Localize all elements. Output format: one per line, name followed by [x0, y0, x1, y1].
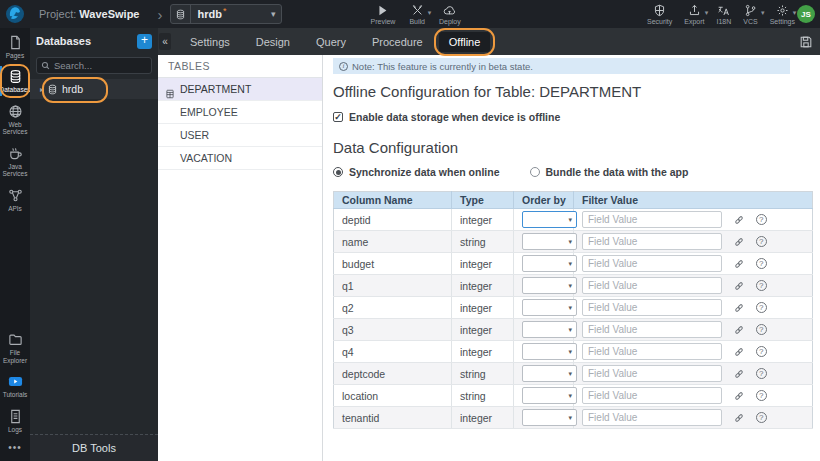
- breadcrumb-chevron-icon: ›: [157, 6, 162, 23]
- help-icon[interactable]: ?: [756, 302, 767, 313]
- bind-link-icon[interactable]: [733, 346, 745, 358]
- table-row: budget integer ▾ ?: [334, 253, 813, 275]
- tab-procedure[interactable]: Procedure: [362, 32, 433, 52]
- filter-value-input[interactable]: [582, 321, 722, 338]
- build-button[interactable]: ▾ Build: [409, 4, 425, 25]
- sidebar-item-databases[interactable]: Databases: [0, 65, 30, 96]
- help-icon[interactable]: ?: [756, 412, 767, 423]
- tab-settings[interactable]: Settings: [180, 32, 240, 52]
- search-input[interactable]: [54, 60, 147, 71]
- filter-value-input[interactable]: [582, 343, 722, 360]
- order-by-select[interactable]: ▾: [522, 387, 577, 404]
- save-icon[interactable]: [799, 35, 813, 49]
- sidebar-item-tutorials[interactable]: Tutorials: [0, 370, 30, 401]
- header-filter-value: Filter Value: [574, 192, 813, 209]
- coffee-icon: [8, 146, 23, 161]
- table-list-item-vacation[interactable]: VACATION: [158, 147, 322, 170]
- tab-query[interactable]: Query: [306, 32, 356, 52]
- help-icon[interactable]: ?: [756, 258, 767, 269]
- chevron-down-icon: ▾: [271, 9, 276, 19]
- bind-link-icon[interactable]: [733, 302, 745, 314]
- add-database-button[interactable]: +: [137, 34, 152, 49]
- bind-link-icon[interactable]: [733, 412, 745, 424]
- selected-database: hrdb: [197, 8, 221, 20]
- settings-button[interactable]: ▾ Settings: [770, 4, 795, 25]
- bind-link-icon[interactable]: [733, 390, 745, 402]
- help-icon[interactable]: ?: [756, 280, 767, 291]
- filter-value-input[interactable]: [582, 387, 722, 404]
- order-by-select[interactable]: ▾: [522, 343, 577, 360]
- database-tree-item[interactable]: ▸ hrdb: [30, 79, 158, 99]
- order-by-select[interactable]: ▾: [522, 299, 577, 316]
- filter-value-input[interactable]: [582, 365, 722, 382]
- table-list-item-department[interactable]: DEPARTMENT: [158, 78, 322, 101]
- sidebar-item-file-explorer[interactable]: File Explorer: [0, 328, 30, 367]
- bind-link-icon[interactable]: [733, 280, 745, 292]
- shield-icon: [653, 4, 667, 17]
- order-by-select[interactable]: ▾: [522, 277, 577, 294]
- table-list-item-user[interactable]: USER: [158, 124, 322, 147]
- column-type-cell: integer: [452, 209, 514, 231]
- help-icon[interactable]: ?: [756, 390, 767, 401]
- filter-value-input[interactable]: [582, 409, 722, 426]
- avatar[interactable]: JS: [797, 5, 815, 23]
- order-by-select[interactable]: ▾: [522, 233, 577, 250]
- enable-offline-checkbox[interactable]: [333, 112, 343, 122]
- order-by-select[interactable]: ▾: [522, 365, 577, 382]
- order-by-select[interactable]: ▾: [522, 255, 577, 272]
- bind-link-icon[interactable]: [733, 236, 745, 248]
- info-icon: i: [339, 62, 348, 71]
- tab-design[interactable]: Design: [246, 32, 300, 52]
- column-type-cell: integer: [452, 253, 514, 275]
- radio-label: Bundle the data with the app: [546, 166, 689, 178]
- help-icon[interactable]: ?: [756, 236, 767, 247]
- filter-value-input[interactable]: [582, 233, 722, 250]
- bind-link-icon[interactable]: [733, 368, 745, 380]
- bind-link-icon[interactable]: [733, 258, 745, 270]
- i18n-button[interactable]: I18N: [717, 4, 732, 25]
- radio-icon: [333, 167, 343, 177]
- vcs-button[interactable]: ▾ VCS: [743, 4, 757, 25]
- column-type-cell: integer: [452, 407, 514, 429]
- help-icon[interactable]: ?: [756, 346, 767, 357]
- action-label: Settings: [770, 18, 795, 25]
- help-icon[interactable]: ?: [756, 214, 767, 225]
- help-icon[interactable]: ?: [756, 324, 767, 335]
- database-search[interactable]: [36, 57, 152, 74]
- tab-offline[interactable]: Offline: [439, 32, 491, 52]
- bind-link-icon[interactable]: [733, 214, 745, 226]
- db-tools-button[interactable]: DB Tools: [30, 434, 158, 461]
- filter-value-input[interactable]: [582, 299, 722, 316]
- expand-icon[interactable]: ▸: [40, 85, 44, 94]
- sidebar-item-java-services[interactable]: Java Services: [0, 142, 30, 181]
- filter-value-input[interactable]: [582, 255, 722, 272]
- page-icon: [8, 35, 23, 50]
- radio-bundle-data[interactable]: Bundle the data with the app: [530, 166, 689, 178]
- offline-config-content: i Note: This feature is currently in bet…: [324, 55, 820, 461]
- database-selector-dropdown[interactable]: hrdb * ▾: [170, 4, 282, 24]
- sidebar-item-logs[interactable]: Logs: [0, 405, 30, 436]
- table-row: location string ▾ ?: [334, 385, 813, 407]
- bind-link-icon[interactable]: [733, 324, 745, 336]
- sidebar-item-pages[interactable]: Pages: [0, 31, 30, 62]
- deploy-button[interactable]: Deploy: [439, 4, 461, 25]
- vcs-icon: ▾: [744, 4, 758, 17]
- order-by-select[interactable]: ▾: [522, 409, 577, 426]
- more-options-icon[interactable]: •••: [8, 442, 22, 453]
- table-list-item-employee[interactable]: EMPLOYEE: [158, 101, 322, 124]
- sidebar-item-apis[interactable]: APIs: [0, 184, 30, 215]
- sidebar-item-label: File Explorer: [0, 349, 30, 364]
- collapse-panel-icon[interactable]: «: [159, 33, 171, 50]
- filter-value-input[interactable]: [582, 277, 722, 294]
- order-by-select[interactable]: ▾: [522, 321, 577, 338]
- column-type-cell: integer: [452, 319, 514, 341]
- preview-button[interactable]: Preview: [370, 4, 395, 25]
- order-by-select[interactable]: ▾: [522, 211, 577, 228]
- filter-value-input[interactable]: [582, 211, 722, 228]
- sidebar-item-web-services[interactable]: Web Services: [0, 100, 30, 139]
- export-button[interactable]: ▾ Export: [684, 4, 704, 25]
- help-icon[interactable]: ?: [756, 368, 767, 379]
- security-button[interactable]: Security: [647, 4, 672, 25]
- radio-synchronize-data[interactable]: Synchronize data when online: [333, 166, 500, 178]
- action-label: Deploy: [439, 18, 461, 25]
